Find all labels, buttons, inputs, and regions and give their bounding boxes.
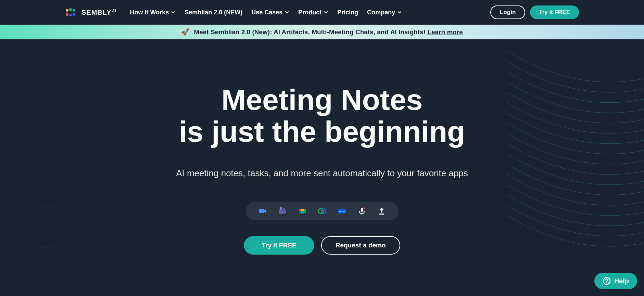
hero-subtitle: AI meeting notes, tasks, and more sent a… (0, 168, 644, 179)
nav-item-pricing[interactable]: Pricing (337, 9, 358, 16)
svg-point-9 (280, 207, 282, 209)
upload-icon (377, 207, 386, 216)
nav-label: Pricing (337, 9, 358, 16)
logo-text: SEMBLYAI (81, 9, 116, 16)
svg-point-8 (283, 208, 285, 210)
help-icon (603, 277, 611, 285)
nav-item-product[interactable]: Product (298, 9, 328, 16)
try-free-hero-button[interactable]: Try it FREE (244, 236, 314, 255)
logo[interactable]: SEMBLYAI (65, 8, 116, 17)
svg-point-1 (69, 8, 72, 11)
webex-icon (318, 207, 327, 216)
svg-point-3 (66, 13, 68, 16)
chevron-down-icon (171, 10, 176, 15)
google-meet-icon (298, 207, 307, 216)
nav-label: Product (298, 9, 321, 16)
nav-label: Company (367, 9, 395, 16)
chevron-down-icon (397, 10, 402, 15)
svg-rect-7 (279, 209, 283, 214)
nav-label: Use Cases (251, 9, 282, 16)
main-nav: How It WorksSemblian 2.0 (NEW)Use CasesP… (130, 9, 402, 16)
svg-point-16 (364, 207, 365, 209)
banner-text: Meet Semblian 2.0 (New): AI Artifacts, M… (194, 28, 427, 36)
request-demo-button[interactable]: Request a demo (321, 236, 400, 255)
microphone-icon (357, 207, 366, 216)
login-button[interactable]: Login (490, 5, 525, 19)
rocket-icon: 🚀 (181, 28, 189, 36)
hero-cta-row: Try it FREE Request a demo (0, 236, 644, 255)
zoom-icon (258, 207, 267, 216)
svg-point-0 (66, 9, 68, 12)
nav-item-use-cases[interactable]: Use Cases (251, 9, 289, 16)
hero-title: Meeting Notes is just the beginning (0, 84, 644, 147)
svg-rect-6 (259, 209, 264, 213)
svg-rect-17 (361, 208, 363, 212)
hero-section: Meeting Notes is just the beginning AI m… (0, 39, 644, 255)
help-widget[interactable]: Help (594, 273, 637, 289)
svg-point-5 (73, 13, 75, 16)
nav-label: How It Works (130, 9, 169, 16)
nav-item-semblian-2-0-new[interactable]: Semblian 2.0 (NEW) (185, 9, 242, 16)
svg-point-4 (69, 14, 72, 16)
help-label: Help (614, 277, 629, 285)
nav-item-company[interactable]: Company (367, 9, 402, 16)
integrations-bar: PHILIPS (246, 202, 399, 220)
nav-label: Semblian 2.0 (NEW) (185, 9, 242, 16)
svg-rect-10 (283, 210, 286, 214)
chevron-down-icon (285, 10, 289, 15)
chevron-down-icon (324, 10, 328, 15)
banner-learn-more-link[interactable]: Learn more (427, 28, 463, 36)
svg-point-21 (606, 283, 607, 284)
svg-rect-19 (379, 214, 384, 215)
logo-mark-icon (65, 8, 79, 17)
announcement-banner: 🚀 Meet Semblian 2.0 (New): AI Artifacts,… (0, 25, 644, 39)
philips-icon: PHILIPS (338, 207, 346, 216)
nav-item-how-it-works[interactable]: How It Works (130, 9, 176, 16)
svg-point-2 (73, 9, 75, 12)
teams-icon (278, 207, 287, 216)
main-header: SEMBLYAI How It WorksSemblian 2.0 (NEW)U… (0, 0, 644, 25)
svg-text:PHILIPS: PHILIPS (339, 210, 345, 213)
try-free-header-button[interactable]: Try it FREE (530, 5, 579, 19)
